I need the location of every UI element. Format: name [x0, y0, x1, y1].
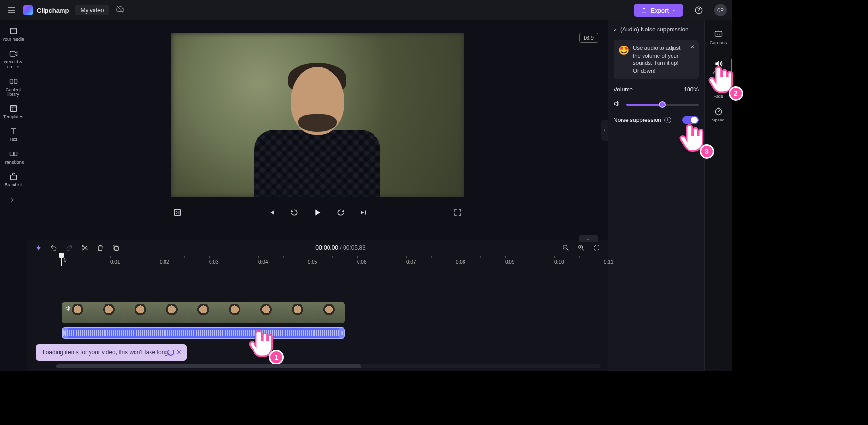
audio-clip[interactable]: || || [62, 327, 345, 339]
tip-text: Use audio to adjust the volume of your s… [633, 45, 685, 75]
preview-subject [245, 52, 390, 197]
auto-enhance-icon[interactable] [171, 206, 184, 219]
speaker-icon[interactable] [614, 100, 621, 109]
sidebar-item-templates[interactable]: Templates [0, 101, 27, 123]
toast-close-icon[interactable]: ✕ [176, 349, 182, 356]
current-time: 00:00.00 [315, 244, 338, 251]
timeline-time: 00:00.00 / 00:05.83 [315, 244, 365, 251]
right-tab-speed[interactable]: Speed [705, 104, 732, 127]
duration-time: 00:05.83 [343, 244, 366, 251]
audio-waveform [63, 330, 344, 336]
timeline-tracks[interactable]: || || Loading items for your video, this… [27, 266, 608, 371]
sidebar-item-record-create[interactable]: Record & create [0, 46, 27, 74]
volume-slider-knob[interactable] [659, 101, 666, 108]
svg-rect-2 [10, 51, 15, 56]
svg-point-11 [82, 249, 84, 250]
svg-rect-4 [14, 79, 17, 83]
export-button[interactable]: Export [634, 4, 683, 17]
ruler-zero: 0 [64, 258, 67, 263]
properties-title: (Audio) Noise suppression [620, 26, 688, 33]
sidebar-item-label: Text [9, 137, 17, 142]
svg-point-18 [715, 108, 721, 115]
volume-row: Volume 100% [614, 86, 699, 93]
zoom-out-icon[interactable] [561, 243, 570, 252]
right-tab-audio[interactable]: Audio [705, 56, 732, 80]
collapse-props-icon[interactable]: ‹ [601, 120, 608, 141]
skip-end-icon[interactable] [358, 206, 370, 219]
aspect-ratio-chip[interactable]: 16:9 [579, 33, 598, 43]
tip-emoji-icon: 🤩 [618, 45, 629, 75]
redo-icon[interactable] [65, 243, 74, 252]
user-avatar[interactable]: CP [714, 4, 727, 16]
play-icon[interactable] [311, 206, 324, 219]
svg-rect-12 [114, 246, 118, 250]
zoom-in-icon[interactable] [577, 243, 585, 252]
volume-slider[interactable] [626, 104, 699, 106]
svg-rect-3 [10, 79, 13, 83]
undo-icon[interactable] [49, 243, 58, 252]
player-controls [171, 206, 464, 219]
tip-card: 🤩 Use audio to adjust the volume of your… [614, 40, 699, 79]
noise-suppression-label: Noise suppression [614, 117, 661, 123]
cloud-sync-off-icon[interactable] [116, 5, 124, 15]
sidebar-item-transitions[interactable]: Transitions [0, 146, 27, 169]
right-sidebar: Captions Audio Fade Speed [704, 20, 732, 371]
sidebar-item-label: Brand kit [5, 183, 22, 188]
noise-suppression-toggle[interactable] [682, 116, 699, 124]
help-icon[interactable] [692, 3, 705, 17]
playhead[interactable] [61, 256, 62, 266]
right-tab-captions[interactable]: Captions [705, 26, 732, 50]
sidebar-item-brand-kit[interactable]: Brand kit [0, 169, 27, 192]
sidebar-expand-icon[interactable] [9, 197, 18, 212]
brand: Clipchamp [23, 5, 69, 15]
right-tab-fade[interactable]: Fade [705, 80, 732, 104]
toast-text: Loading items for your video, this won't… [43, 349, 169, 356]
svg-rect-16 [715, 31, 722, 36]
sidebar-item-label: Your media [2, 37, 24, 42]
forward-5s-icon[interactable] [334, 206, 347, 219]
brand-name: Clipchamp [37, 7, 69, 14]
delete-icon[interactable] [96, 243, 105, 252]
sidebar-item-content-library[interactable]: Content library [0, 74, 27, 101]
timeline-toolbar: ✦ 00:00.00 / 00:05.83 [27, 240, 608, 256]
video-preview[interactable] [171, 33, 464, 197]
properties-header: ♪ (Audio) Noise suppression [614, 26, 699, 33]
volume-value: 100% [684, 86, 699, 93]
svg-rect-6 [10, 152, 13, 156]
properties-panel: ♪ (Audio) Noise suppression 🤩 Use audio … [608, 20, 704, 371]
split-icon[interactable] [80, 243, 89, 252]
sidebar-item-your-media[interactable]: Your media [0, 23, 27, 46]
brand-logo [23, 5, 33, 15]
volume-label: Volume [614, 86, 633, 93]
scrollbar-thumb[interactable] [56, 364, 361, 368]
collapse-timeline-icon[interactable]: ⌄ [579, 235, 598, 242]
menu-hamburger-icon[interactable] [5, 3, 18, 17]
svg-point-10 [82, 245, 84, 247]
right-tab-label: Captions [710, 40, 727, 45]
preview-area: 16:9 [27, 20, 608, 240]
right-tab-label: Fade [713, 94, 723, 99]
fit-zoom-icon[interactable] [592, 243, 601, 252]
back-5s-icon[interactable] [288, 206, 300, 219]
sidebar-item-label: Record & create [0, 60, 27, 70]
clip-mute-icon[interactable] [65, 305, 72, 314]
timeline-horizontal-scrollbar[interactable] [56, 364, 601, 368]
loading-toast: Loading items for your video, this won't… [36, 344, 187, 361]
video-clip[interactable] [62, 302, 345, 323]
project-title[interactable]: My video [75, 5, 108, 15]
spinner-icon [167, 349, 174, 356]
info-icon[interactable]: i [664, 117, 671, 123]
magic-tool-icon[interactable]: ✦ [34, 243, 43, 252]
sidebar-item-text[interactable]: Text [0, 123, 27, 146]
left-sidebar: Your media Record & create Content libra… [0, 20, 27, 371]
fullscreen-icon[interactable] [451, 206, 464, 219]
timeline-ruler[interactable]: 0 0:01 0:02 0:03 0:04 0:05 0:06 0:07 0:0… [27, 256, 608, 266]
svg-rect-8 [10, 175, 16, 180]
tip-close-icon[interactable]: ✕ [690, 44, 695, 51]
skip-start-icon[interactable] [265, 206, 277, 219]
duplicate-icon[interactable] [111, 243, 120, 252]
top-bar: Clipchamp My video Export CP [0, 0, 732, 20]
sidebar-item-label: Content library [0, 88, 27, 97]
music-note-icon: ♪ [614, 26, 616, 33]
audio-clip-handle-right[interactable]: || [339, 328, 344, 338]
